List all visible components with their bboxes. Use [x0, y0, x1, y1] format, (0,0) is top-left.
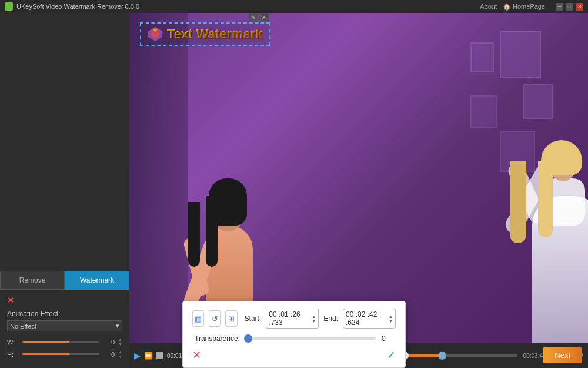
height-spinner[interactable]: ▲ ▼	[118, 350, 122, 359]
height-slider[interactable]	[22, 353, 99, 355]
sidebar-tabs: Remove Watermark	[0, 271, 129, 290]
popup-confirm-button[interactable]: ✓	[387, 349, 396, 362]
start-time-spinner[interactable]: ▲ ▼	[312, 314, 316, 323]
popup-cancel-button[interactable]: ✕	[192, 349, 201, 362]
stop-button[interactable]	[156, 352, 163, 359]
transparency-slider[interactable]	[246, 337, 376, 340]
bg-panel-5	[470, 95, 497, 128]
maximize-button[interactable]: □	[566, 3, 573, 11]
skip-forward-button[interactable]: ⏩	[144, 352, 153, 360]
width-row: W: 0 ▲ ▼	[7, 337, 122, 346]
width-spinner[interactable]: ▲ ▼	[118, 337, 122, 346]
end-time-spinner[interactable]: ▲ ▼	[389, 314, 393, 323]
sidebar: Remove Watermark ✕ Animation Effect: No …	[0, 13, 129, 368]
next-button[interactable]: Next	[543, 347, 582, 363]
height-label: H:	[7, 351, 19, 358]
bg-panel-1	[500, 31, 541, 78]
width-label: W:	[7, 339, 19, 346]
app-logo	[5, 2, 13, 11]
watermark-box[interactable]: ✎ ✕ Text Watermark	[140, 22, 270, 46]
video-background: ✎ ✕ Text Watermark	[129, 13, 588, 343]
watermark-text: Text Watermark	[167, 26, 263, 42]
title-bar: UKeySoft Video Watermark Remover 8.0.0 A…	[0, 0, 588, 13]
sidebar-close-row: ✕	[7, 296, 122, 305]
sidebar-content: ✕ Animation Effect: No Effect ▾ W: 0 ▲ ▼…	[0, 290, 129, 368]
main-container: Remove Watermark ✕ Animation Effect: No …	[0, 13, 588, 368]
popup-toolbar: ▦ ↺ ⊞ Start: 00 :01 :26 .733 ▲ ▼ End: 00…	[192, 309, 396, 329]
grid-button[interactable]: ⊞	[225, 310, 237, 327]
edit-watermark-button[interactable]: ✎	[249, 13, 258, 22]
bg-panel-4	[470, 42, 494, 72]
play-button[interactable]: ▶	[134, 351, 141, 360]
content-area: ✎ ✕ Text Watermark ▶ ⏩	[129, 13, 588, 368]
chevron-down-icon: ▾	[116, 322, 119, 330]
transparency-value: 0	[382, 334, 393, 343]
window-controls: ─ □ ✕	[556, 3, 583, 11]
tab-remove[interactable]: Remove	[0, 271, 65, 290]
refresh-button[interactable]: ↺	[209, 310, 220, 327]
close-button[interactable]: ✕	[576, 3, 583, 11]
about-link[interactable]: About	[480, 3, 497, 10]
transparency-slider-handle[interactable]	[244, 334, 252, 343]
left-door	[129, 13, 188, 343]
remove-watermark-button[interactable]: ✕	[7, 296, 14, 305]
end-time-value: 00 :02 :42 .624	[346, 310, 389, 327]
animation-effect-label: Animation Effect:	[7, 310, 122, 318]
app-title: UKeySoft Video Watermark Remover 8.0.0	[16, 3, 139, 10]
end-label: End:	[323, 314, 338, 323]
video-wrapper: ✎ ✕ Text Watermark	[129, 13, 588, 343]
bg-panel-2	[523, 84, 553, 119]
no-effect-select[interactable]: No Effect ▾	[7, 320, 122, 331]
title-bar-left: UKeySoft Video Watermark Remover 8.0.0	[5, 2, 139, 11]
popup-time-row: Start: 00 :01 :26 .733 ▲ ▼ End: 00 :02 :…	[245, 309, 396, 329]
title-bar-right: About 🏠 HomePage ─ □ ✕	[480, 3, 583, 11]
delete-watermark-button[interactable]: ✕	[259, 13, 269, 22]
home-icon: 🏠	[503, 3, 511, 11]
minimize-button[interactable]: ─	[556, 3, 563, 11]
start-label: Start:	[245, 314, 262, 323]
start-time-value: 00 :01 :26 .733	[269, 310, 312, 327]
tab-watermark[interactable]: Watermark	[65, 271, 129, 290]
transparency-label: Transparence:	[195, 334, 240, 343]
popup-dialog: ▦ ↺ ⊞ Start: 00 :01 :26 .733 ▲ ▼ End: 00…	[182, 301, 406, 368]
watermark-logo-icon	[147, 26, 163, 42]
filter-button[interactable]: ▦	[192, 310, 204, 327]
watermark-controls: ✎ ✕	[249, 13, 269, 22]
height-row: H: 0 ▲ ▼	[7, 350, 122, 359]
width-slider[interactable]	[22, 341, 99, 343]
popup-footer: ✕ ✓	[192, 349, 396, 362]
homepage-link[interactable]: 🏠 HomePage	[503, 3, 545, 11]
start-time-input[interactable]: 00 :01 :26 .733 ▲ ▼	[266, 309, 319, 329]
width-value: 0	[103, 339, 115, 346]
end-time-input[interactable]: 00 :02 :42 .624 ▲ ▼	[343, 309, 396, 329]
height-value: 0	[103, 351, 115, 358]
popup-transparency-row: Transparence: 0	[192, 334, 396, 343]
timeline-handle-right[interactable]	[438, 352, 446, 360]
